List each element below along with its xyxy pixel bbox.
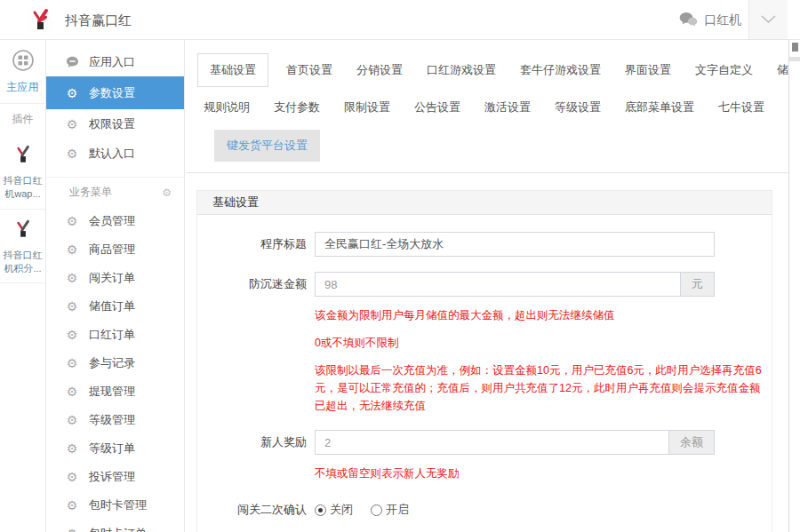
tab-row2-item[interactable]: 等级设置: [555, 99, 601, 115]
cutoff-divider: [789, 57, 800, 61]
radio-option-on[interactable]: 开启: [371, 502, 409, 518]
gear-icon: [65, 442, 79, 455]
tab-ship-platform-settings[interactable]: 键发货平台设置: [214, 130, 320, 162]
gear-icon: [65, 385, 79, 398]
gear-icon: [65, 147, 79, 160]
sidebar-item-label: 包时卡订单: [89, 526, 147, 532]
rail-main-app-label: 主应用: [1, 80, 44, 95]
field-label: 防沉迷金额: [197, 272, 315, 415]
basic-settings-panel: 基础设置 程序标题 防沉迷金额: [196, 190, 772, 532]
tab-row1-item[interactable]: 文字自定义: [695, 62, 753, 78]
new-user-reward-input[interactable]: [316, 431, 668, 454]
sidebar-item-label: 应用入口: [89, 54, 135, 70]
gear-icon: [65, 528, 79, 532]
field-program-title: 程序标题: [197, 232, 772, 257]
sidebar-item-label: 提现管理: [89, 384, 135, 400]
field-anti-addiction: 防沉迷金额 元 该金额为限制用户每月储值的最大金额，超出则无法继续储值 0或不填…: [197, 272, 772, 415]
gear-icon[interactable]: [162, 187, 172, 198]
wechat-icon: [679, 12, 698, 29]
sidebar-item-default-entry[interactable]: 默认入口: [46, 139, 184, 168]
tabs-row-1: 基础设置 首页设置 分销设置 口红游戏设置 套牛仔游戏设置 界面设置 文字自定义…: [204, 61, 788, 79]
tab-row2-item[interactable]: 限制设置: [344, 99, 390, 115]
sidebar-item-app-entry[interactable]: 应用入口: [46, 47, 184, 76]
tab-row2-item[interactable]: 七牛设置: [718, 99, 764, 115]
sidebar-item[interactable]: 等级管理: [46, 406, 184, 434]
main-content: 基础设置 首页设置 分销设置 口红游戏设置 套牛仔游戏设置 界面设置 文字自定义…: [186, 40, 788, 532]
grid-circle-icon: [12, 60, 35, 75]
gear-icon: [65, 243, 79, 256]
sidebar-item-label: 等级管理: [89, 412, 135, 428]
sidebar-menu: 应用入口 参数设置 权限设置 默认入口 业务菜单 会员管理: [46, 40, 185, 532]
sidebar-item-permission-settings[interactable]: 权限设置: [46, 109, 184, 139]
gear-icon: [65, 499, 79, 512]
sidebar-item-label: 投诉管理: [89, 469, 135, 485]
sidebar-item[interactable]: 口红订单: [46, 321, 184, 349]
tab-row2-item[interactable]: 公告设置: [414, 99, 460, 115]
field-label: 程序标题: [197, 232, 315, 257]
tab-row1-item[interactable]: 界面设置: [625, 62, 671, 78]
sidebar-item[interactable]: 参与记录: [46, 349, 184, 377]
admin-screen: 抖音赢口红 口红机: [0, 0, 800, 532]
program-title-input[interactable]: [316, 233, 714, 256]
field-label: 新人奖励: [197, 430, 315, 482]
radio-icon[interactable]: [315, 504, 326, 516]
tab-row1-item[interactable]: 储值设置: [777, 62, 788, 78]
collapse-toggle[interactable]: [748, 0, 788, 39]
gear-icon: [65, 357, 79, 369]
panel-title: 基础设置: [197, 191, 772, 215]
unit-addon-yuan: 元: [680, 273, 714, 296]
gear-icon: [65, 118, 79, 131]
sidebar-item-label: 闯关订单: [89, 270, 135, 286]
cutoff-window-edge: [788, 40, 800, 532]
sidebar-item-label: 包时卡管理: [89, 497, 147, 513]
gear-icon: [65, 272, 79, 284]
radio-icon[interactable]: [371, 504, 382, 516]
radio-label: 开启: [386, 502, 409, 518]
field-new-user-reward: 新人奖励 余额 不填或留空则表示新人无奖励: [197, 430, 772, 482]
help-text: 该限制以最后一次充值为准，例如：设置金额10元，用户已充值6元，此时用户选择再充…: [315, 361, 770, 415]
radio-option-off[interactable]: 关闭: [315, 502, 353, 518]
tab-row1-item[interactable]: 基础设置: [197, 53, 268, 87]
tab-row1-item[interactable]: 分销设置: [356, 62, 403, 78]
account-switcher[interactable]: 口红机: [679, 0, 741, 40]
sidebar-item[interactable]: 包时卡订单: [46, 520, 184, 532]
sidebar-item[interactable]: 包时卡管理: [46, 491, 184, 520]
radio-label: 关闭: [330, 502, 353, 518]
sidebar-item[interactable]: 闯关订单: [46, 264, 184, 292]
sidebar-item-label: 权限设置: [89, 116, 135, 132]
settings-tabs-card: 基础设置 首页设置 分销设置 口红游戏设置 套牛仔游戏设置 界面设置 文字自定义…: [186, 40, 788, 173]
tab-row2-item[interactable]: 规则说明: [204, 99, 250, 115]
lipstick-app-icon: [12, 153, 34, 168]
sidebar-item-label: 会员管理: [89, 213, 135, 229]
lipstick-logo-icon: [28, 7, 53, 33]
rail-item-app-points[interactable]: 抖音口红机积分...: [0, 210, 45, 284]
tab-row1-item[interactable]: 套牛仔游戏设置: [520, 62, 601, 78]
sidebar-item[interactable]: 等级订单: [46, 434, 184, 463]
sidebar-item-label: 等级订单: [89, 441, 135, 457]
sidebar-item-label: 储值订单: [89, 298, 135, 314]
sidebar-item[interactable]: 商品管理: [46, 235, 184, 264]
sidebar-item[interactable]: 投诉管理: [46, 463, 184, 491]
help-text: 该金额为限制用户每月储值的最大金额，超出则无法继续储值: [315, 306, 770, 324]
tab-row2-item[interactable]: 激活设置: [484, 99, 531, 115]
sidebar-item[interactable]: 会员管理: [46, 207, 184, 235]
gear-icon: [65, 471, 79, 483]
tab-row1-item[interactable]: 口红游戏设置: [427, 62, 496, 78]
app-rail: 主应用 插件 抖音口红机wap...: [0, 40, 46, 532]
gear-icon: [65, 300, 79, 313]
sidebar-item[interactable]: 提现管理: [46, 377, 184, 406]
tabs-row-2: 规则说明 支付参数 限制设置 公告设置 激活设置 等级设置 底部菜单设置 七牛设…: [204, 99, 788, 115]
chevron-down-icon: [761, 12, 776, 28]
sidebar-section-label: 业务菜单: [69, 185, 112, 200]
rail-item-main-app[interactable]: 主应用: [0, 40, 45, 104]
tab-row2-item[interactable]: 支付参数: [274, 99, 320, 115]
sidebar-item[interactable]: 储值订单: [46, 292, 184, 321]
sidebar-item-parameter-settings[interactable]: 参数设置: [46, 76, 184, 109]
panel-body: 程序标题 防沉迷金额 元 该金额为限制用户: [197, 215, 772, 532]
unit-addon-balance: 余额: [668, 431, 714, 454]
rail-item-app-wap[interactable]: 抖音口红机wap...: [0, 135, 45, 210]
sidebar-item-label: 参与记录: [89, 355, 135, 371]
tab-row1-item[interactable]: 首页设置: [286, 62, 332, 78]
anti-addiction-input[interactable]: [316, 273, 680, 296]
tab-row2-item[interactable]: 底部菜单设置: [625, 99, 694, 115]
